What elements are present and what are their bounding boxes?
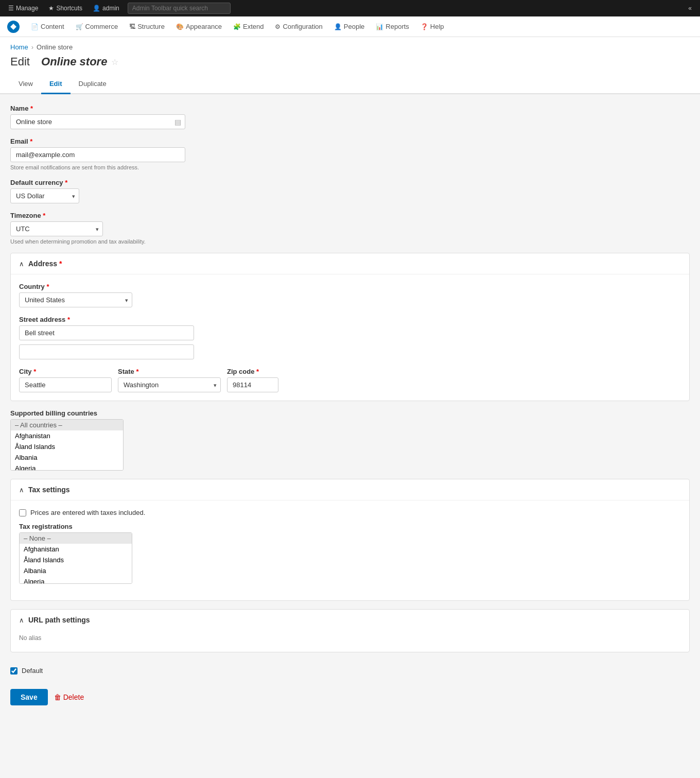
nav-help-label: Help xyxy=(430,23,444,30)
nav-structure[interactable]: 🏗 Structure xyxy=(124,20,170,33)
tax-settings-section-title: Tax settings xyxy=(28,486,70,494)
nav-people[interactable]: 👤 People xyxy=(329,20,370,33)
url-path-section-title: URL path settings xyxy=(28,616,90,624)
street-address-line2-input[interactable] xyxy=(19,344,194,359)
manage-button[interactable]: ☰ Manage xyxy=(4,3,42,14)
save-button[interactable]: Save xyxy=(10,689,48,705)
shortcuts-button[interactable]: ★ Shortcuts xyxy=(44,3,86,14)
breadcrumb-current: Online store xyxy=(37,43,73,51)
delete-button[interactable]: 🗑 Delete xyxy=(52,689,86,705)
star-icon: ★ xyxy=(48,5,54,12)
nav-reports[interactable]: 📊 Reports xyxy=(371,20,414,33)
appearance-icon: 🎨 xyxy=(176,23,184,30)
timezone-label: Timezone * xyxy=(10,212,690,219)
tax-settings-section: ∧ Tax settings Prices are entered with t… xyxy=(10,479,690,601)
country-select[interactable]: United States Canada United Kingdom Aust… xyxy=(19,292,132,307)
country-label: Country * xyxy=(19,283,681,290)
translate-icon[interactable]: ▤ xyxy=(174,118,181,126)
prices-with-tax-row: Prices are entered with taxes included. xyxy=(19,509,681,516)
default-label: Default xyxy=(22,667,43,675)
tax-registrations-label: Tax registrations xyxy=(19,523,681,530)
breadcrumb-home[interactable]: Home xyxy=(10,43,28,51)
zip-label: Zip code * xyxy=(227,368,278,375)
email-input[interactable] xyxy=(10,147,185,162)
timezone-help: Used when determining promotion and tax … xyxy=(10,238,690,245)
currency-select[interactable]: US Dollar Euro British Pound Canadian Do… xyxy=(10,188,79,203)
delete-icon: 🗑 xyxy=(54,693,61,701)
nav-configuration[interactable]: ⚙ Configuration xyxy=(270,20,327,33)
address-section-header[interactable]: ∧ Address * xyxy=(11,253,689,274)
city-input[interactable] xyxy=(19,377,112,392)
address-collapse-icon: ∧ xyxy=(19,260,24,268)
email-label: Email * xyxy=(10,137,690,145)
admin-user-button[interactable]: 👤 admin xyxy=(89,3,124,14)
tax-settings-body: Prices are entered with taxes included. … xyxy=(11,500,689,600)
billing-countries-listbox[interactable]: – All countries – Afghanistan Åland Isla… xyxy=(10,419,124,471)
tab-view[interactable]: View xyxy=(10,75,41,94)
email-field-group: Email * Store email notifications are se… xyxy=(10,137,690,170)
action-buttons: Save 🗑 Delete xyxy=(10,681,690,714)
people-icon: 👤 xyxy=(334,23,342,30)
url-path-section-header[interactable]: ∧ URL path settings xyxy=(11,610,689,630)
street-address-label: Street address * xyxy=(19,316,681,323)
currency-select-wrapper: US Dollar Euro British Pound Canadian Do… xyxy=(10,188,79,203)
tax-registrations-group: Tax registrations – None – Afghanistan Å… xyxy=(19,523,681,584)
favorite-icon[interactable]: ☆ xyxy=(111,57,118,67)
name-label: Name * xyxy=(10,105,690,112)
nav-help[interactable]: ❓ Help xyxy=(415,20,449,33)
state-select-wrapper: Washington California New York Texas Flo… xyxy=(118,377,221,392)
url-collapse-icon: ∧ xyxy=(19,616,24,624)
prices-with-tax-label: Prices are entered with taxes included. xyxy=(30,509,145,516)
email-help: Store email notifications are sent from … xyxy=(10,164,690,170)
nav-appearance[interactable]: 🎨 Appearance xyxy=(171,20,227,33)
state-select[interactable]: Washington California New York Texas Flo… xyxy=(118,377,221,392)
timezone-select-wrapper: UTC America/New_York America/Chicago Ame… xyxy=(10,221,103,236)
nav-content[interactable]: 📄 Content xyxy=(26,20,69,33)
city-label: City * xyxy=(19,368,112,375)
configuration-icon: ⚙ xyxy=(275,23,281,30)
city-field-group: City * xyxy=(19,368,112,392)
url-no-alias: No alias xyxy=(19,632,681,644)
prices-with-tax-checkbox[interactable] xyxy=(19,509,26,516)
admin-label: admin xyxy=(102,5,119,12)
delete-label: Delete xyxy=(63,693,84,701)
extend-icon: 🧩 xyxy=(233,23,241,30)
tab-duplicate[interactable]: Duplicate xyxy=(71,75,115,94)
name-input[interactable] xyxy=(10,114,185,129)
state-label: State * xyxy=(118,368,221,375)
currency-field-group: Default currency * US Dollar Euro Britis… xyxy=(10,179,690,203)
nav-people-label: People xyxy=(344,23,364,30)
admin-toolbar: ☰ Manage ★ Shortcuts 👤 admin « xyxy=(0,0,700,16)
nav-appearance-label: Appearance xyxy=(186,23,222,30)
site-logo[interactable] xyxy=(6,20,21,34)
address-section: ∧ Address * Country * United States Cana… xyxy=(10,253,690,401)
url-path-body: No alias xyxy=(11,630,689,652)
billing-countries-label: Supported billing countries xyxy=(10,409,690,417)
zip-field-group: Zip code * xyxy=(227,368,278,392)
tab-edit[interactable]: Edit xyxy=(41,75,71,94)
timezone-field-group: Timezone * UTC America/New_York America/… xyxy=(10,212,690,245)
tax-settings-section-header[interactable]: ∧ Tax settings xyxy=(11,479,689,500)
billing-countries-field-group: Supported billing countries – All countr… xyxy=(10,409,690,471)
toolbar-collapse-button[interactable]: « xyxy=(684,3,696,14)
default-checkbox[interactable] xyxy=(10,667,18,675)
nav-commerce-label: Commerce xyxy=(85,23,118,30)
street-address-line1-input[interactable] xyxy=(19,325,194,340)
zip-input[interactable] xyxy=(227,377,278,392)
manage-icon: ☰ xyxy=(8,5,14,12)
reports-icon: 📊 xyxy=(376,23,383,30)
nav-extend[interactable]: 🧩 Extend xyxy=(228,20,269,33)
city-state-zip-row: City * State * Washington California xyxy=(19,368,681,392)
nav-reports-label: Reports xyxy=(386,23,409,30)
timezone-select[interactable]: UTC America/New_York America/Chicago Ame… xyxy=(10,221,103,236)
page-title: Edit Online store ☆ xyxy=(0,53,700,75)
structure-icon: 🏗 xyxy=(129,23,135,30)
breadcrumb-separator: › xyxy=(31,43,33,51)
name-field-group: Name * ▤ xyxy=(10,105,690,129)
tax-registrations-listbox[interactable]: – None – Afghanistan Åland Islands Alban… xyxy=(19,532,132,584)
nav-extend-label: Extend xyxy=(243,23,264,30)
admin-search-input[interactable] xyxy=(128,3,231,14)
tabs: View Edit Duplicate xyxy=(0,75,700,94)
nav-commerce[interactable]: 🛒 Commerce xyxy=(71,20,124,33)
address-section-body: Country * United States Canada United Ki… xyxy=(11,274,689,401)
